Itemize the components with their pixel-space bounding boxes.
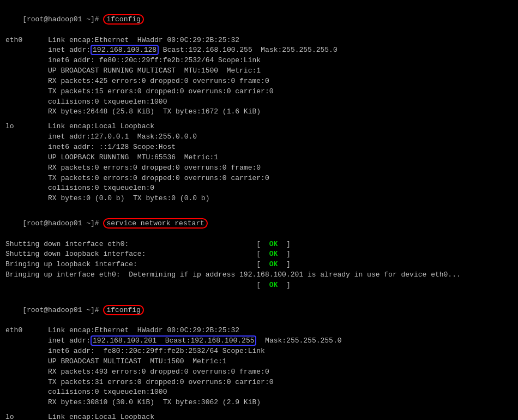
eth0b-rx: RX packets:493 errors:0 dropped:0 overru… [5,367,513,377]
ok-3: OK [269,260,278,268]
line-prompt2: [root@hadoop01 ~]# service network resta… [5,208,513,239]
prompt-text: [root@hadoop01 ~]# [22,15,103,23]
spacer-1 [5,117,513,122]
lo-rx1: RX packets:0 errors:0 dropped:0 overruns… [5,163,513,173]
lo-tx1: TX packets:0 errors:0 dropped:0 overruns… [5,173,513,184]
bring-eth: Bringing up interface eth0: Determining … [5,270,513,280]
eth0b-encap: eth0 Link encap:Ethernet HWaddr 00:0C:29… [5,326,513,336]
ip-addr-2: 192.168.100.201 Bcast:192.168.100.255 [91,335,256,346]
eth0-col1: collisions:0 txqueuelen:1000 [5,97,513,107]
terminal-window[interactable]: [root@hadoop01 ~]# ifconfig eth0 Link en… [0,0,518,420]
eth0b-flags: UP BROADCAST MULTICAST MTU:1500 Metric:1 [5,357,513,367]
bring-eth-ok: [ OK ] [5,280,513,291]
ok-1: OK [269,240,278,248]
eth0b-inet6: inet6 addr: fe80::20c:29ff:fe2b:2532/64 … [5,346,513,357]
lob-encap: lo Link encap:Local Loopback [5,412,513,420]
lo-bytes1: RX bytes:0 (0.0 b) TX bytes:0 (0.0 b) [5,194,513,204]
lo-inet: inet addr:127.0.0.1 Mask:255.0.0.0 [5,132,513,142]
eth0-rx1: RX packets:425 errors:0 dropped:0 overru… [5,76,513,87]
lo-encap: lo Link encap:Local Loopback [5,122,513,132]
prompt-text-2: [root@hadoop01 ~]# [22,219,103,227]
eth0-flags: UP BROADCAST RUNNING MULTICAST MTU:1500 … [5,66,513,76]
ifconfig-cmd-2: ifconfig [103,305,143,315]
eth0b-inet: inet addr:192.168.100.201 Bcast:192.168.… [5,336,513,346]
line-prompt3: [root@hadoop01 ~]# ifconfig [5,295,513,326]
eth0-inet6: inet6 addr: fe80::20c:29ff:fe2b:2532/64 … [5,56,513,66]
eth0b-bytes: RX bytes:30810 (30.0 KiB) TX bytes:3062 … [5,398,513,408]
eth0-bytes1: RX bytes:26448 (25.8 KiB) TX bytes:1672 … [5,107,513,117]
eth0-encap: eth0 Link encap:Ethernet HWaddr 00:0C:29… [5,35,513,46]
ok-2: OK [269,250,278,258]
ifconfig-cmd-1: ifconfig [103,14,143,25]
spacer-2 [5,204,513,208]
ok-4: OK [269,281,278,289]
spacer-3 [5,291,513,295]
prompt-text-3: [root@hadoop01 ~]# [22,306,103,314]
lo-col1: collisions:0 txqueuelen:0 [5,183,513,194]
service-network-cmd: service network restart [103,218,207,229]
shut-eth: Shutting down interface eth0: [ OK ] [5,239,513,250]
line-prompt1: [root@hadoop01 ~]# ifconfig [5,4,513,35]
bring-lo: Bringing up loopback interface: [ OK ] [5,260,513,270]
eth0b-col: collisions:0 txqueuelen:1000 [5,387,513,398]
spacer-4 [5,408,513,412]
eth0b-tx: TX packets:31 errors:0 dropped:0 overrun… [5,377,513,388]
lo-flags: UP LOOPBACK RUNNING MTU:65536 Metric:1 [5,153,513,163]
eth0-tx1: TX packets:15 errors:0 dropped:0 overrun… [5,87,513,97]
eth0-inet: inet addr:192.168.100.128 Bcast:192.168.… [5,45,513,56]
lo-inet6: inet6 addr: ::1/128 Scope:Host [5,142,513,153]
ip-addr-1: 192.168.100.128 [91,45,159,55]
shut-lo: Shutting down loopback interface: [ OK ] [5,249,513,260]
